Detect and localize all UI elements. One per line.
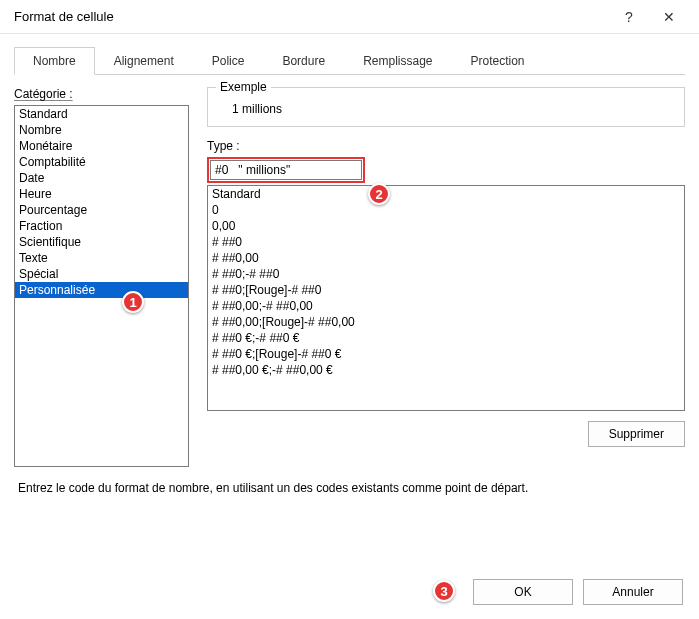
footer: OK Annuler — [473, 579, 683, 605]
delete-row: Supprimer — [207, 421, 685, 447]
ok-button[interactable]: OK — [473, 579, 573, 605]
format-item[interactable]: # ##0 €;-# ##0 € — [208, 330, 684, 346]
tab-police[interactable]: Police — [193, 47, 264, 75]
category-item[interactable]: Heure — [15, 186, 188, 202]
category-listbox[interactable]: StandardNombreMonétaireComptabilitéDateH… — [14, 105, 189, 467]
type-label: Type : — [207, 139, 685, 153]
format-item[interactable]: # ##0,00;[Rouge]-# ##0,00 — [208, 314, 684, 330]
cancel-button[interactable]: Annuler — [583, 579, 683, 605]
titlebar: Format de cellule ? ✕ — [0, 0, 699, 34]
tab-nombre[interactable]: Nombre — [14, 47, 95, 75]
callout-2: 2 — [368, 183, 390, 205]
category-item[interactable]: Spécial — [15, 266, 188, 282]
format-item[interactable]: # ##0,00;-# ##0,00 — [208, 298, 684, 314]
format-item[interactable]: 0,00 — [208, 218, 684, 234]
format-item[interactable]: # ##0 €;[Rouge]-# ##0 € — [208, 346, 684, 362]
format-item[interactable]: # ##0,00 €;-# ##0,00 € — [208, 362, 684, 378]
format-item[interactable]: 0 — [208, 202, 684, 218]
help-button[interactable]: ? — [609, 0, 649, 34]
category-item[interactable]: Nombre — [15, 122, 188, 138]
type-input-highlight — [207, 157, 365, 183]
tab-remplissage[interactable]: Remplissage — [344, 47, 451, 75]
format-item[interactable]: # ##0 — [208, 234, 684, 250]
tab-alignement[interactable]: Alignement — [95, 47, 193, 75]
callout-3: 3 — [433, 580, 455, 602]
category-item[interactable]: Standard — [15, 106, 188, 122]
callout-1: 1 — [122, 291, 144, 313]
format-item[interactable]: # ##0,00 — [208, 250, 684, 266]
format-item[interactable]: # ##0;-# ##0 — [208, 266, 684, 282]
format-list[interactable]: Standard00,00# ##0# ##0,00# ##0;-# ##0# … — [207, 185, 685, 411]
close-button[interactable]: ✕ — [649, 0, 689, 34]
category-item[interactable]: Personnalisée — [15, 282, 188, 298]
example-fieldset: Exemple 1 millions — [207, 87, 685, 127]
right-panel: Exemple 1 millions Type : Standard00,00#… — [207, 87, 685, 467]
type-input[interactable] — [210, 160, 362, 180]
delete-button[interactable]: Supprimer — [588, 421, 685, 447]
content-area: Catégorie : StandardNombreMonétaireCompt… — [0, 75, 699, 467]
category-item[interactable]: Date — [15, 170, 188, 186]
tab-protection[interactable]: Protection — [452, 47, 544, 75]
example-value: 1 millions — [218, 102, 674, 116]
category-item[interactable]: Scientifique — [15, 234, 188, 250]
tab-bar: Nombre Alignement Police Bordure Remplis… — [14, 46, 685, 75]
format-item[interactable]: # ##0;[Rouge]-# ##0 — [208, 282, 684, 298]
category-label: Catégorie : — [14, 87, 189, 101]
category-item[interactable]: Texte — [15, 250, 188, 266]
help-text: Entrez le code du format de nombre, en u… — [18, 481, 681, 495]
format-item[interactable]: Standard — [208, 186, 684, 202]
window-title: Format de cellule — [14, 9, 609, 24]
example-legend: Exemple — [216, 80, 271, 94]
category-item[interactable]: Pourcentage — [15, 202, 188, 218]
tab-bordure[interactable]: Bordure — [263, 47, 344, 75]
category-item[interactable]: Comptabilité — [15, 154, 188, 170]
left-panel: Catégorie : StandardNombreMonétaireCompt… — [14, 87, 189, 467]
category-item[interactable]: Monétaire — [15, 138, 188, 154]
category-item[interactable]: Fraction — [15, 218, 188, 234]
